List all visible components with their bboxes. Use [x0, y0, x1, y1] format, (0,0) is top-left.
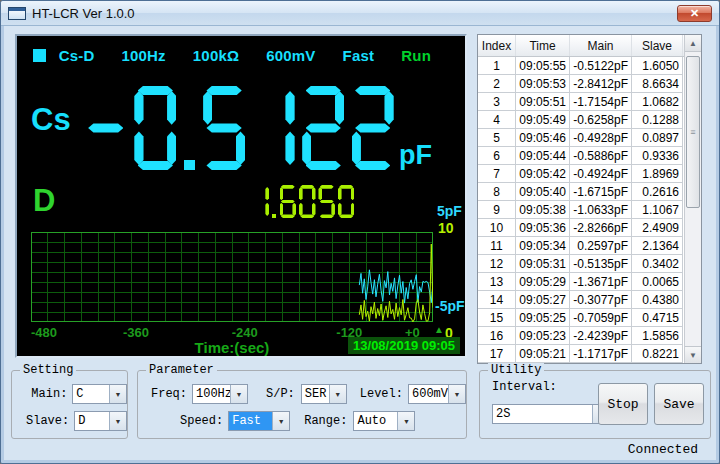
freq-label: Freq: — [151, 387, 187, 401]
x-tick: -240 — [232, 325, 258, 340]
chevron-down-icon[interactable]: ▼ — [397, 412, 414, 430]
range-value: Auto — [354, 412, 397, 430]
table-row[interactable]: 1009:05:36-2.8266pF2.4909 — [478, 219, 684, 237]
x-tick: -360 — [123, 325, 149, 340]
table-cell: 09:05:29 — [516, 273, 570, 291]
main-setting-combobox[interactable]: C ▼ — [72, 384, 127, 404]
table-scrollbar[interactable]: ▲ ≡ ▼ — [684, 35, 701, 363]
table-row[interactable]: 209:05:53-2.8412pF8.6634 — [478, 75, 684, 93]
close-icon: ✕ — [690, 7, 699, 20]
table-row[interactable]: 109:05:55-0.5122pF1.6050 — [478, 57, 684, 75]
table-cell: -0.6258pF — [570, 111, 632, 129]
table-cell: -1.3671pF — [570, 273, 632, 291]
table-cell: 09:05:21 — [516, 345, 570, 363]
table-cell: -0.5135pF — [570, 255, 632, 273]
main-setting-label: Main: — [26, 387, 67, 401]
table-row[interactable]: 1609:05:23-2.4239pF1.5856 — [478, 327, 684, 345]
table-cell: 0.4715 — [632, 309, 683, 327]
range-label: Range: — [304, 414, 347, 428]
table-cell: 09:05:25 — [516, 309, 570, 327]
table-row[interactable]: 1109:05:340.2597pF2.1364 — [478, 237, 684, 255]
freq-combobox[interactable]: 100Hz ▼ — [192, 384, 248, 404]
slave-setting-label: Slave: — [26, 414, 69, 428]
log-table-header: IndexTimeMainSlave — [478, 35, 684, 57]
table-cell: 09:05:53 — [516, 75, 570, 93]
table-cell: -2.8266pF — [570, 219, 632, 237]
table-cell: 1.0682 — [632, 93, 683, 111]
table-row[interactable]: 409:05:49-0.6258pF0.1288 — [478, 111, 684, 129]
log-table: IndexTimeMainSlave 109:05:55-0.5122pF1.6… — [477, 34, 702, 364]
table-cell: 09:05:23 — [516, 327, 570, 345]
table-row[interactable]: 1709:05:21-1.1717pF0.8221 — [478, 345, 684, 363]
sp-value: SER — [302, 385, 329, 403]
chevron-down-icon[interactable]: ▼ — [272, 412, 289, 430]
table-cell: 2 — [478, 75, 516, 93]
parameter-group-title: Parameter — [146, 363, 217, 377]
table-row[interactable]: 1509:05:25-0.7059pF0.4715 — [478, 309, 684, 327]
column-header-slave[interactable]: Slave — [632, 35, 683, 56]
main-reading-unit: pF — [399, 140, 432, 171]
table-cell: 1.5856 — [632, 327, 683, 345]
close-button[interactable]: ✕ — [677, 5, 712, 22]
table-row[interactable]: 809:05:40-1.6715pF0.2616 — [478, 183, 684, 201]
level-combobox[interactable]: 600mV ▼ — [408, 384, 466, 404]
table-cell: 09:05:36 — [516, 219, 570, 237]
table-cell: 9 — [478, 201, 516, 219]
table-cell: 09:05:34 — [516, 237, 570, 255]
column-header-time[interactable]: Time — [516, 35, 570, 56]
table-row[interactable]: 1209:05:31-0.5135pF0.3402 — [478, 255, 684, 273]
speed-label: Speed: — [180, 414, 223, 428]
table-cell: 0.9336 — [632, 147, 683, 165]
table-cell: 09:05:46 — [516, 129, 570, 147]
utility-groupbox: Utility Interval: 2S ▼ Stop Save — [479, 370, 711, 439]
table-cell: 5 — [478, 129, 516, 147]
y-axis-label-bottom-primary: -5pF — [435, 298, 465, 314]
chevron-down-icon[interactable]: ▼ — [230, 385, 247, 403]
table-row[interactable]: 1409:05:27-0.3077pF0.4380 — [478, 291, 684, 309]
table-row[interactable]: 309:05:51-1.7154pF1.0682 — [478, 93, 684, 111]
chevron-down-icon[interactable]: ▼ — [109, 385, 126, 403]
table-cell: -0.7059pF — [570, 309, 632, 327]
range-combobox[interactable]: Auto ▼ — [353, 411, 415, 431]
table-row[interactable]: 909:05:38-1.0633pF1.1067 — [478, 201, 684, 219]
mode-indicator-icon — [33, 49, 46, 62]
lcd-frequency: 100Hz — [121, 47, 165, 64]
table-row[interactable]: 1309:05:29-1.3671pF0.0065 — [478, 273, 684, 291]
table-cell: 09:05:44 — [516, 147, 570, 165]
stop-button[interactable]: Stop — [598, 383, 648, 425]
sp-combobox[interactable]: SER ▼ — [301, 384, 347, 404]
thumb-grip-icon: ≡ — [690, 127, 695, 137]
chevron-down-icon[interactable]: ▼ — [329, 385, 346, 403]
save-button[interactable]: Save — [654, 383, 704, 425]
scroll-down-icon[interactable]: ▼ — [685, 346, 701, 363]
table-cell: 09:05:31 — [516, 255, 570, 273]
speed-combobox[interactable]: Fast ▼ — [228, 411, 290, 431]
table-cell: 7 — [478, 165, 516, 183]
lcd-speed: Fast — [343, 47, 375, 64]
main-reading-value — [81, 86, 397, 170]
table-row[interactable]: 709:05:42-0.4924pF1.8969 — [478, 165, 684, 183]
log-table-body: 109:05:55-0.5122pF1.6050209:05:53-2.8412… — [478, 57, 684, 363]
table-cell: 0.2616 — [632, 183, 683, 201]
table-cell: 1.6050 — [632, 57, 683, 75]
x-tick: -480 — [31, 325, 57, 340]
table-cell: 09:05:55 — [516, 57, 570, 75]
slave-setting-combobox[interactable]: D ▼ — [74, 411, 127, 431]
column-header-main[interactable]: Main — [570, 35, 632, 56]
interval-combobox[interactable]: 2S ▼ — [492, 404, 610, 424]
table-cell: 13 — [478, 273, 516, 291]
table-row[interactable]: 509:05:46-0.4928pF0.0897 — [478, 129, 684, 147]
scrollbar-thumb[interactable]: ≡ — [686, 56, 700, 208]
table-row[interactable]: 609:05:44-0.5886pF0.9336 — [478, 147, 684, 165]
chevron-down-icon[interactable]: ▼ — [448, 385, 465, 403]
scroll-up-icon[interactable]: ▲ — [685, 35, 701, 52]
column-header-index[interactable]: Index — [478, 35, 516, 56]
table-cell: 09:05:40 — [516, 183, 570, 201]
table-cell: 8.6634 — [632, 75, 683, 93]
table-cell: -2.8412pF — [570, 75, 632, 93]
title-bar[interactable]: HT-LCR Ver 1.0.0 ✕ — [1, 1, 719, 26]
table-cell: 12 — [478, 255, 516, 273]
lcd-mode: Cs-D — [59, 47, 95, 64]
log-table-main: IndexTimeMainSlave 109:05:55-0.5122pF1.6… — [478, 35, 684, 363]
chevron-down-icon[interactable]: ▼ — [109, 412, 126, 430]
